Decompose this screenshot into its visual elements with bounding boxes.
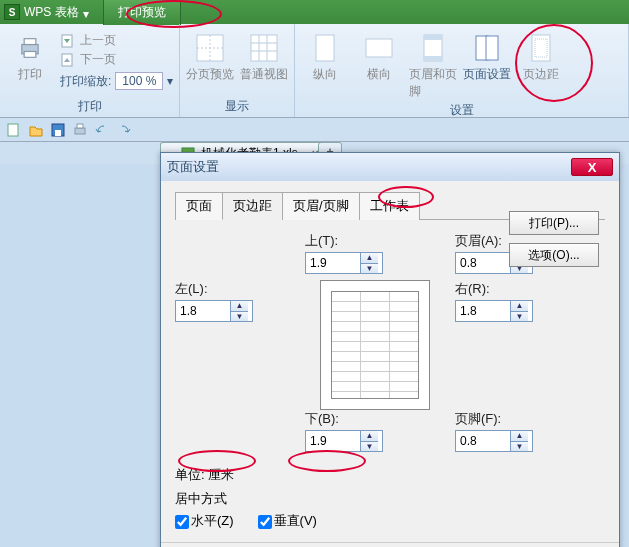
redo-icon[interactable] xyxy=(116,122,132,138)
tab-header-footer[interactable]: 页眉/页脚 xyxy=(282,192,360,220)
left-margin-input[interactable] xyxy=(176,301,230,321)
center-v-label: 垂直(V) xyxy=(274,513,317,528)
margin-preview xyxy=(320,280,430,410)
left-margin-spinner[interactable]: ▲▼ xyxy=(175,300,253,322)
dialog-print-button[interactable]: 打印(P)... xyxy=(509,211,599,235)
header-footer-icon xyxy=(417,32,449,64)
center-horizontal-checkbox[interactable]: 水平(Z) xyxy=(175,512,234,530)
svg-rect-25 xyxy=(75,128,85,134)
bottom-margin-spinner[interactable]: ▲▼ xyxy=(305,430,383,452)
spin-up-icon[interactable]: ▲ xyxy=(361,431,378,442)
normal-view-button[interactable]: 普通视图 xyxy=(240,28,288,83)
page-setup-icon xyxy=(471,32,503,64)
top-margin-spinner[interactable]: ▲▼ xyxy=(305,252,383,274)
app-titlebar: S WPS 表格 ▾ 打印预览 xyxy=(0,0,629,24)
landscape-icon xyxy=(363,32,395,64)
header-footer-button[interactable]: 页眉和页脚 xyxy=(409,28,457,100)
right-margin-spinner[interactable]: ▲▼ xyxy=(455,300,533,322)
dialog-title: 页面设置 xyxy=(167,158,219,176)
group-label-print: 打印 xyxy=(6,96,173,117)
portrait-label: 纵向 xyxy=(313,66,337,83)
spin-down-icon[interactable]: ▼ xyxy=(361,264,378,274)
ribbon-group-print: 打印 上一页 下一页 打印缩放: 100 % ▾ xyxy=(0,24,180,117)
next-page-label: 下一页 xyxy=(80,51,116,68)
open-icon[interactable] xyxy=(28,122,44,138)
landscape-button[interactable]: 横向 xyxy=(355,28,403,83)
zoom-dropdown-icon[interactable]: ▾ xyxy=(167,74,173,88)
save-icon[interactable] xyxy=(50,122,66,138)
ribbon: 打印 上一页 下一页 打印缩放: 100 % ▾ xyxy=(0,24,629,118)
tab-margins[interactable]: 页边距 xyxy=(222,192,283,220)
right-margin-label: 右(R): xyxy=(455,280,575,298)
app-name: WPS 表格 xyxy=(24,4,79,21)
zoom-label: 打印缩放: xyxy=(60,73,111,90)
spin-down-icon[interactable]: ▼ xyxy=(231,312,248,322)
spin-up-icon[interactable]: ▲ xyxy=(511,301,528,312)
app-icon: S xyxy=(4,4,20,20)
svg-rect-17 xyxy=(424,56,442,61)
top-margin-label: 上(T): xyxy=(305,232,445,250)
margins-label: 页边距 xyxy=(523,66,559,83)
svg-rect-19 xyxy=(486,36,498,60)
unit-label: 单位: 厘米 xyxy=(175,466,605,484)
footer-margin-label: 页脚(F): xyxy=(455,410,575,428)
portrait-icon xyxy=(309,32,341,64)
margins-icon xyxy=(525,32,557,64)
spin-down-icon[interactable]: ▼ xyxy=(511,312,528,322)
printer-icon xyxy=(14,32,46,64)
page-break-preview-button[interactable]: 分页预览 xyxy=(186,28,234,83)
tab-page[interactable]: 页面 xyxy=(175,192,223,220)
page-setup-dialog: 页面设置 X 页面 页边距 页眉/页脚 工作表 上(T): ▲▼ 页眉(A): … xyxy=(160,152,620,547)
normal-view-label: 普通视图 xyxy=(240,66,288,83)
new-icon[interactable] xyxy=(6,122,22,138)
spin-down-icon[interactable]: ▼ xyxy=(511,442,528,452)
bottom-margin-label: 下(B): xyxy=(305,410,445,428)
next-page-button[interactable]: 下一页 xyxy=(60,51,173,68)
group-label-display: 显示 xyxy=(186,96,288,117)
ribbon-group-settings: 纵向 横向 页眉和页脚 页面设置 页边距 设置 xyxy=(295,24,629,117)
center-h-input[interactable] xyxy=(175,515,189,529)
spin-up-icon[interactable]: ▲ xyxy=(361,253,378,264)
quick-access-toolbar xyxy=(0,118,629,142)
margins-button[interactable]: 页边距 xyxy=(517,28,565,83)
top-margin-input[interactable] xyxy=(306,253,360,273)
center-vertical-checkbox[interactable]: 垂直(V) xyxy=(258,512,317,530)
footer-margin-input[interactable] xyxy=(456,431,510,451)
bottom-margin-input[interactable] xyxy=(306,431,360,451)
spin-up-icon[interactable]: ▲ xyxy=(511,431,528,442)
zoom-value[interactable]: 100 % xyxy=(115,72,163,90)
dialog-options-button[interactable]: 选项(O)... xyxy=(509,243,599,267)
svg-rect-1 xyxy=(24,39,36,45)
center-v-input[interactable] xyxy=(258,515,272,529)
dialog-titlebar[interactable]: 页面设置 X xyxy=(161,153,619,181)
spin-up-icon[interactable]: ▲ xyxy=(231,301,248,312)
grid-icon xyxy=(248,32,280,64)
undo-icon[interactable] xyxy=(94,122,110,138)
landscape-label: 横向 xyxy=(367,66,391,83)
page-break-label: 分页预览 xyxy=(186,66,234,83)
page-setup-button[interactable]: 页面设置 xyxy=(463,28,511,83)
svg-rect-8 xyxy=(251,35,277,61)
tab-sheet[interactable]: 工作表 xyxy=(359,192,420,220)
footer-margin-spinner[interactable]: ▲▼ xyxy=(455,430,533,452)
ribbon-tab-print-preview[interactable]: 打印预览 xyxy=(103,0,181,25)
svg-rect-26 xyxy=(77,124,83,128)
portrait-button[interactable]: 纵向 xyxy=(301,28,349,83)
page-break-icon xyxy=(194,32,226,64)
svg-rect-13 xyxy=(316,35,334,61)
right-margin-input[interactable] xyxy=(456,301,510,321)
center-mode-label: 居中方式 xyxy=(175,490,605,508)
page-down-icon xyxy=(60,52,76,68)
app-menu-dropdown-icon[interactable]: ▾ xyxy=(83,7,93,17)
center-h-label: 水平(Z) xyxy=(191,513,234,528)
print-button-label: 打印 xyxy=(18,66,42,83)
print-icon[interactable] xyxy=(72,122,88,138)
svg-rect-2 xyxy=(24,52,36,58)
header-footer-label: 页眉和页脚 xyxy=(409,66,457,100)
spin-down-icon[interactable]: ▼ xyxy=(361,442,378,452)
dialog-close-button[interactable]: X xyxy=(571,158,613,176)
print-button[interactable]: 打印 xyxy=(6,28,54,83)
prev-page-button[interactable]: 上一页 xyxy=(60,32,173,49)
header-margin-input[interactable] xyxy=(456,253,510,273)
page-setup-label: 页面设置 xyxy=(463,66,511,83)
